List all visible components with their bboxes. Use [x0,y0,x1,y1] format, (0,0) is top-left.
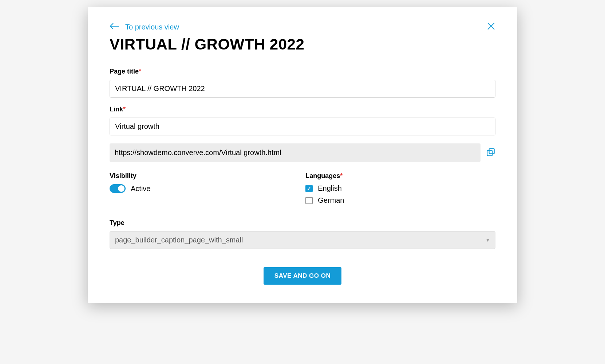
close-button[interactable] [487,22,495,32]
required-mark: * [123,106,126,113]
url-row: https://showdemo.converve.com/Virtual gr… [110,143,495,162]
back-link-label: To previous view [125,23,179,31]
url-display: https://showdemo.converve.com/Virtual gr… [110,143,481,162]
visibility-section: Visibility Active [110,172,291,208]
visibility-state-label: Active [131,185,150,193]
language-label-german: German [318,196,344,205]
link-label: Link* [110,106,495,113]
type-label: Type [110,219,495,227]
visibility-label: Visibility [110,172,291,180]
languages-label: Languages* [305,172,495,180]
arrow-left-icon [110,23,120,32]
languages-section: Languages* English German [305,172,495,208]
required-mark: * [139,68,141,75]
type-select[interactable]: page_builder_caption_page_with_small ▼ [110,231,495,249]
language-checkbox-english[interactable] [305,185,313,192]
visibility-toggle[interactable] [110,184,126,193]
back-link[interactable]: To previous view [110,23,179,32]
svg-rect-3 [489,149,494,154]
language-option-german: German [305,196,495,205]
submit-row: SAVE AND GO ON [110,267,495,285]
copy-icon [486,152,495,158]
page-title-input[interactable] [110,80,495,98]
chevron-down-icon: ▼ [486,238,490,243]
copy-url-button[interactable] [486,147,495,158]
modal-header: To previous view [110,22,495,32]
svg-rect-4 [487,150,492,155]
page-heading: VIRTUAL // GROWTH 2022 [110,36,495,53]
save-and-go-on-button[interactable]: SAVE AND GO ON [264,267,341,285]
visibility-languages-row: Visibility Active Languages* English Ger… [110,172,495,208]
link-input[interactable] [110,118,495,135]
page-title-label: Page title* [110,68,495,75]
type-select-value: page_builder_caption_page_with_small [115,236,243,244]
language-option-english: English [305,184,495,193]
language-checkbox-german[interactable] [305,197,313,204]
visibility-toggle-row: Active [110,184,291,193]
language-label-english: English [318,184,342,193]
required-mark: * [340,172,343,179]
page-settings-modal: To previous view VIRTUAL // GROWTH 2022 … [88,7,517,303]
close-icon [487,25,495,32]
toggle-knob [118,185,124,192]
